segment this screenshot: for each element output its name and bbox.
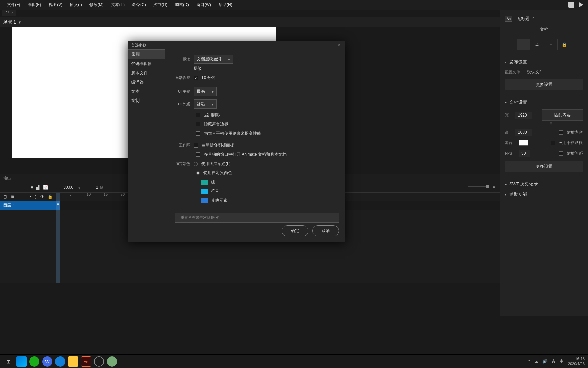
menu-file[interactable]: 文件(F) — [3, 1, 23, 9]
scale-content-checkbox[interactable] — [559, 130, 563, 135]
tray-up-icon[interactable]: ^ — [528, 359, 530, 364]
other-swatch[interactable] — [201, 198, 208, 203]
section-swf-history[interactable]: ▸ SWF 历史记录 — [505, 179, 583, 189]
pref-cat-compiler[interactable]: 编译器 — [128, 78, 165, 87]
theme-select[interactable]: 最深 — [194, 87, 217, 96]
app-icon[interactable] — [107, 356, 117, 367]
wechat-icon[interactable] — [29, 356, 39, 367]
close-icon[interactable]: × — [336, 43, 342, 48]
layer-color-radio[interactable] — [194, 162, 198, 166]
group-swatch[interactable] — [201, 180, 208, 185]
pref-cat-code-editor[interactable]: 代码编辑器 — [128, 59, 165, 68]
pref-cat-script-files[interactable]: 脚本文件 — [128, 68, 165, 78]
tray-network-icon[interactable]: 🖧 — [552, 359, 556, 364]
wps-icon[interactable]: W — [42, 356, 52, 367]
obs-icon[interactable] — [94, 356, 104, 367]
taskbar-clock[interactable]: 16:13 2020/4/26 — [568, 356, 585, 366]
tool-wrench-icon[interactable]: ⌒ — [517, 39, 530, 50]
delete-layer-icon[interactable]: 🗑 — [11, 194, 15, 199]
stage-color-swatch[interactable] — [519, 140, 528, 146]
section-document[interactable]: ▾ 文档设置 — [505, 97, 583, 107]
menu-commands[interactable]: 命令(C) — [129, 1, 149, 9]
reset-warnings-button[interactable]: 重置所有警告对话框(R) — [175, 213, 339, 223]
tray-cloud-icon[interactable]: ☁ — [534, 359, 538, 364]
layer-outline-icon[interactable]: ▯ — [34, 194, 37, 199]
animate-icon[interactable]: An — [81, 356, 91, 367]
autorecov-checkbox[interactable]: ✓ — [194, 76, 198, 80]
new-layer-icon[interactable]: ▢ — [3, 194, 7, 199]
appearance-select[interactable]: 舒适 — [194, 99, 217, 109]
tool-angle-icon[interactable]: ⌐ — [544, 39, 558, 50]
fps-input[interactable]: 30 — [519, 150, 530, 157]
menu-window[interactable]: 窗口(W) — [193, 1, 214, 9]
tray-volume-icon[interactable]: 🔊 — [542, 359, 548, 364]
tool-arrows-icon[interactable]: ⇄ — [530, 39, 544, 50]
layer-lock-icon[interactable]: 🔒 — [48, 194, 53, 199]
undo-select[interactable]: 文档层级撤消 — [194, 55, 233, 64]
explorer-icon[interactable] — [68, 356, 78, 367]
width-input[interactable]: 1920 — [515, 112, 532, 119]
cancel-button[interactable]: 取消 — [312, 225, 339, 236]
menu-insert[interactable]: 插入(I) — [66, 1, 85, 9]
play-icon[interactable] — [579, 2, 583, 7]
custom-color-label: 使用自定义颜色 — [203, 170, 232, 176]
autorecov-value[interactable]: 10 分钟 — [201, 75, 215, 81]
layer-dot-icon[interactable]: • — [30, 194, 31, 199]
ime-indicator[interactable]: 中 — [560, 358, 564, 364]
browser-icon[interactable] — [55, 356, 65, 367]
pref-cat-text[interactable]: 文本 — [128, 87, 165, 96]
fit-content-button[interactable]: 匹配内容 — [542, 109, 583, 121]
doc-title: 无标题-2 — [517, 16, 534, 22]
link-wh-icon[interactable]: ⊖ — [549, 121, 553, 126]
menu-control[interactable]: 控制(O) — [150, 1, 171, 9]
appearance-value: 舒适 — [197, 101, 205, 107]
workspace-icon[interactable] — [568, 2, 574, 8]
height-input[interactable]: 1080 — [515, 129, 532, 136]
section-publish[interactable]: ▾ 发布设置 — [505, 57, 583, 67]
menu-help[interactable]: 帮助(H) — [215, 1, 236, 9]
more-settings-button[interactable]: 更多设置 — [505, 79, 583, 90]
camera-icon[interactable]: ■ — [31, 185, 33, 190]
document-tab[interactable]: -2* × — [2, 10, 16, 16]
layer-name[interactable]: 图层_1 — [0, 201, 56, 210]
apply-paste-checkbox[interactable] — [551, 141, 555, 145]
scene-selector[interactable]: 场景 1 — [3, 19, 21, 25]
hidebounds-checkbox[interactable] — [196, 122, 200, 126]
current-frame[interactable]: 1 — [96, 185, 98, 190]
fps-label: FPS — [505, 151, 515, 155]
playhead[interactable] — [56, 193, 60, 283]
pref-cat-general[interactable]: 常规 — [128, 49, 165, 59]
menu-text[interactable]: 文本(T) — [108, 1, 128, 9]
symbol-swatch[interactable] — [201, 189, 208, 194]
separate-window-checkbox[interactable] — [196, 152, 200, 157]
menu-view[interactable]: 视图(V) — [45, 1, 66, 9]
shadow-checkbox[interactable] — [196, 113, 200, 117]
chevron-right-icon: ▸ — [505, 193, 507, 196]
undo-levels[interactable]: 层级 — [194, 66, 202, 72]
menu-debug[interactable]: 调试(D) — [172, 1, 192, 9]
config-value[interactable]: 默认文件 — [527, 69, 543, 75]
ok-button[interactable]: 确定 — [282, 225, 308, 236]
pref-cat-drawing[interactable]: 绘制 — [128, 96, 165, 105]
menu-modify[interactable]: 修改(M) — [86, 1, 107, 9]
menu-edit[interactable]: 编辑(E) — [24, 1, 45, 9]
zoom-slider[interactable] — [468, 186, 489, 187]
section-accessibility[interactable]: ▸ 辅助功能 — [505, 189, 583, 199]
timeline-fps[interactable]: 30.00 — [63, 185, 74, 190]
collapse-checkbox[interactable] — [194, 143, 198, 148]
graph-icon[interactable]: ▟ — [36, 185, 39, 190]
scale-spacing-checkbox[interactable] — [559, 151, 563, 156]
tool-lock-icon[interactable]: 🔒 — [558, 39, 571, 50]
start-icon[interactable] — [16, 356, 27, 367]
close-tab-icon[interactable]: × — [11, 11, 13, 15]
dialog-titlebar[interactable]: 首选参数 × — [128, 41, 345, 49]
custom-color-radio[interactable] — [196, 171, 200, 175]
layer-visibility-icon[interactable]: 👁 — [40, 194, 44, 199]
zoom-fit-icon[interactable]: ▲ — [492, 184, 496, 189]
more-settings-button-2[interactable]: 更多设置 — [505, 161, 583, 172]
doc-type-badge: An — [505, 16, 512, 22]
section-publish-label: 发布设置 — [509, 59, 527, 65]
chart-icon[interactable]: 📈 — [43, 185, 48, 190]
taskview-icon[interactable]: ⊞ — [3, 356, 14, 367]
gpu-checkbox[interactable] — [196, 131, 200, 136]
